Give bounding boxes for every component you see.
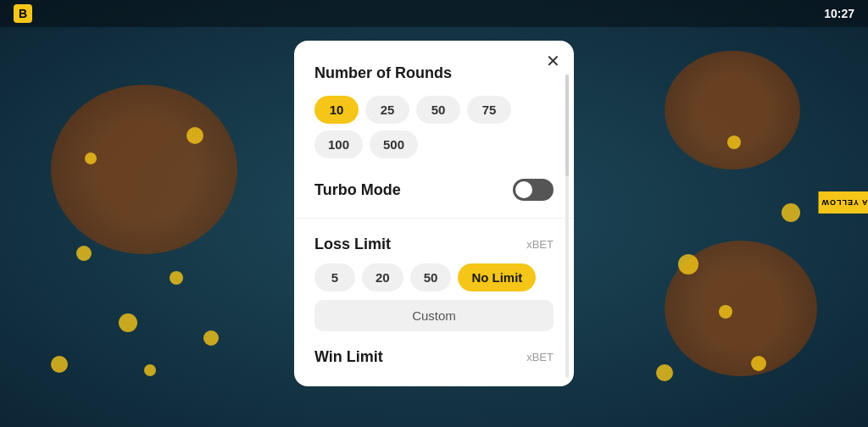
round-btn-75[interactable]: 75 [467,96,511,124]
modal-overlay: ✕ Number of Rounds 10 25 50 75 100 500 T… [0,0,868,427]
turbo-mode-row: Turbo Mode [314,179,554,201]
loss-limit-btn-20[interactable]: 20 [362,263,403,291]
close-button[interactable]: ✕ [546,53,560,69]
custom-button[interactable]: Custom [314,300,554,331]
win-limit-title: Win Limit [314,348,383,366]
loss-limit-header: Loss Limit xBET [314,236,554,253]
scroll-track [565,75,569,378]
loss-limit-buttons: 5 20 50 No Limit [314,263,554,291]
loss-limit-btn-50[interactable]: 50 [410,263,452,291]
round-btn-25[interactable]: 25 [365,96,409,124]
win-limit-header: Win Limit xBET [314,348,554,366]
rounds-grid: 10 25 50 75 100 500 [314,96,554,158]
loss-limit-btn-nolimit[interactable]: No Limit [458,263,536,291]
scroll-thumb [565,75,569,176]
win-limit-unit: xBET [526,351,554,363]
modal-panel: ✕ Number of Rounds 10 25 50 75 100 500 T… [294,41,574,386]
turbo-mode-toggle[interactable] [513,179,554,201]
round-btn-50[interactable]: 50 [416,96,460,124]
loss-limit-title: Loss Limit [314,236,391,253]
modal-content: ✕ Number of Rounds 10 25 50 75 100 500 T… [294,41,574,386]
round-btn-10[interactable]: 10 [314,96,359,124]
divider [294,218,574,219]
turbo-mode-label: Turbo Mode [314,181,401,199]
round-btn-100[interactable]: 100 [314,130,363,158]
round-btn-500[interactable]: 500 [370,130,418,158]
loss-limit-unit: xBET [526,238,554,251]
loss-limit-btn-5[interactable]: 5 [314,263,355,291]
rounds-section-title: Number of Rounds [314,64,554,82]
